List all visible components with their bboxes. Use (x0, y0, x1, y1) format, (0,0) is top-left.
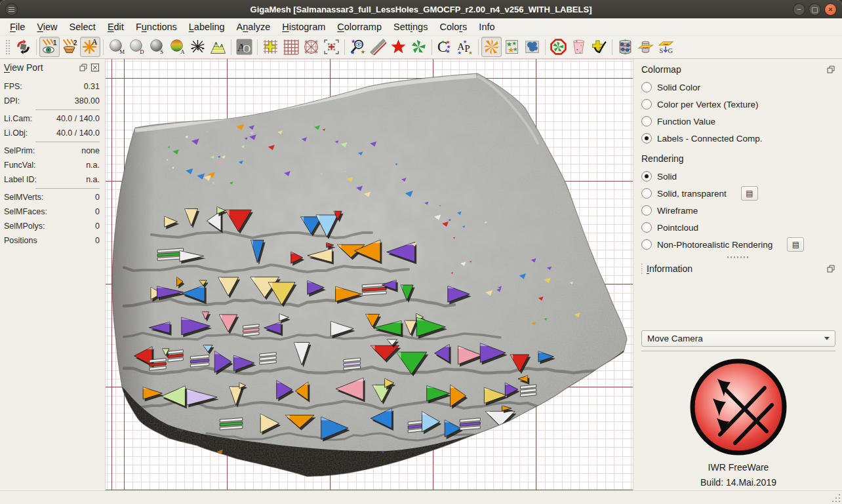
light-fixed-object-icon[interactable]: 2 (60, 37, 80, 57)
radio-label[interactable]: Solid (657, 172, 677, 182)
labels-borders-icon[interactable] (522, 37, 542, 57)
dock-splitter[interactable] (641, 253, 835, 261)
menu-select[interactable]: Select (64, 20, 102, 34)
stat-label: Li.Cam: (4, 114, 32, 123)
radio-button[interactable] (641, 239, 652, 250)
menu-info[interactable]: Info (473, 20, 500, 34)
radio-button[interactable] (641, 116, 652, 126)
view-reset-icon[interactable] (13, 37, 33, 57)
colormap-title: Colormap (641, 64, 681, 75)
selection-view-icon[interactable] (321, 37, 342, 57)
window-title: GigaMesh [Salmanassar3_full_LessHoles_GM… (0, 5, 842, 14)
radio-label[interactable]: Solid Color (657, 83, 700, 92)
colorramp-labels-icon[interactable]: C★★★★ (435, 37, 455, 57)
float-panel-icon[interactable] (79, 63, 88, 72)
window-menu-icon[interactable] (5, 3, 18, 16)
toolbar-grip[interactable] (5, 40, 10, 54)
stat-value: n.a. (86, 175, 100, 184)
radio-label[interactable]: Labels - Connected Comp. (657, 134, 763, 144)
svg-text:★: ★ (446, 48, 451, 54)
grid-polar-icon[interactable] (301, 37, 321, 57)
maximize-button[interactable]: ▢ (809, 3, 821, 16)
radio-label[interactable]: Solid, transparent (657, 189, 727, 199)
cutting-plane-icon[interactable] (635, 37, 656, 57)
radio-button[interactable] (641, 99, 652, 109)
select-red-star-icon[interactable] (388, 37, 409, 57)
toolbar-separator (344, 39, 345, 55)
labels-connected-comp-icon[interactable] (481, 37, 502, 57)
radio-button[interactable] (641, 222, 652, 233)
right-dock: Colormap Solid ColorColor per Vertex (Te… (633, 59, 842, 490)
annotation-labels-icon[interactable]: AP★★★ (455, 37, 475, 57)
resize-grip[interactable] (832, 494, 841, 503)
panel-drag-handle[interactable] (641, 263, 644, 274)
apply-changes-icon[interactable] (589, 37, 609, 57)
stat-value: 0 (95, 222, 100, 231)
menu-colorramp[interactable]: Colorramp (331, 20, 388, 34)
menu-edit[interactable]: Edit (102, 20, 130, 34)
toolbar-separator (257, 39, 258, 55)
radio-button[interactable] (641, 133, 652, 144)
zoom-to-selection-icon[interactable]: ★★★ (348, 37, 368, 57)
minimize-button[interactable]: − (793, 3, 805, 16)
labels-selected-icon[interactable]: ★★★★ (502, 37, 522, 57)
unwrap-cylinder-icon[interactable] (615, 37, 635, 57)
divider (641, 351, 835, 351)
radio-label[interactable]: Color per Vertex (Texture) (657, 100, 759, 109)
svg-text:A: A (92, 39, 98, 46)
menu-analyze[interactable]: Analyze (231, 20, 277, 34)
render-options-menu-button[interactable]: ▤ (741, 186, 758, 201)
mesh-canvas[interactable] (106, 59, 634, 490)
export-svg-icon[interactable]: SG (656, 37, 676, 57)
stat-value: 0 (95, 193, 100, 202)
selection-trash-icon[interactable] (569, 37, 589, 57)
menu-functions[interactable]: Functions (130, 20, 183, 34)
deselect-icon[interactable] (368, 37, 388, 57)
grid-rectangular-icon[interactable] (281, 37, 301, 57)
stat-row: Label ID:n.a. (4, 172, 100, 187)
radio-label[interactable]: Function Value (657, 117, 715, 126)
colormap-option: Labels - Connected Comp. (641, 130, 835, 147)
radio-label[interactable]: Wireframe (657, 206, 698, 216)
colormap-option: Solid Color (641, 79, 835, 96)
material-shininess-icon[interactable]: M (106, 37, 127, 57)
light-fixed-cam-icon[interactable]: 1 (39, 37, 60, 57)
toolbar-separator (545, 39, 546, 55)
radio-button[interactable] (641, 205, 652, 216)
stat-label: FPS: (4, 82, 22, 91)
ambient-occlusion-icon[interactable]: AO (234, 37, 254, 57)
render-options-menu-button[interactable]: ▤ (787, 237, 804, 252)
menu-file[interactable]: File (4, 20, 31, 34)
menu-view[interactable]: View (31, 20, 63, 34)
svg-text:1: 1 (53, 39, 57, 47)
toolbar-separator (612, 39, 612, 55)
menu-histogram[interactable]: Histogram (276, 20, 331, 34)
menu-settings[interactable]: Settings (388, 20, 433, 34)
isolines-icon[interactable] (208, 37, 228, 57)
close-panel-icon[interactable] (90, 63, 100, 72)
material-ambient-icon[interactable]: A (167, 37, 188, 57)
stat-label: Li.Obj: (4, 128, 28, 138)
radio-button[interactable] (641, 188, 652, 199)
grid-add-icon[interactable] (260, 37, 281, 57)
radio-button[interactable] (641, 171, 652, 182)
radio-label[interactable]: Pointcloud (657, 223, 698, 233)
radio-label[interactable]: Non-Photorealistic Rendering (657, 240, 772, 250)
menu-colors[interactable]: Colors (433, 20, 473, 34)
material-specular-icon[interactable]: S (147, 37, 167, 57)
light-vectors-icon[interactable] (188, 37, 208, 57)
3d-viewport[interactable] (105, 59, 633, 490)
material-diffuse-icon[interactable]: D (127, 37, 147, 57)
toolbar-separator (431, 39, 432, 55)
radio-button[interactable] (641, 82, 652, 92)
close-button[interactable]: × (824, 3, 837, 16)
viewport-panel: View Port FPS:0.31DPI:380.00Li.Cam:40.0 … (0, 59, 105, 490)
float-panel-icon[interactable] (826, 264, 835, 273)
colormap-option: Function Value (641, 113, 835, 130)
light-ambient-icon[interactable]: A (80, 37, 100, 57)
label-remove-icon[interactable] (548, 37, 569, 57)
mouse-mode-select[interactable]: Move Camera (641, 330, 835, 347)
select-green-star-icon[interactable] (409, 37, 429, 57)
float-panel-icon[interactable] (826, 65, 835, 74)
menu-labeling[interactable]: Labeling (183, 20, 231, 34)
